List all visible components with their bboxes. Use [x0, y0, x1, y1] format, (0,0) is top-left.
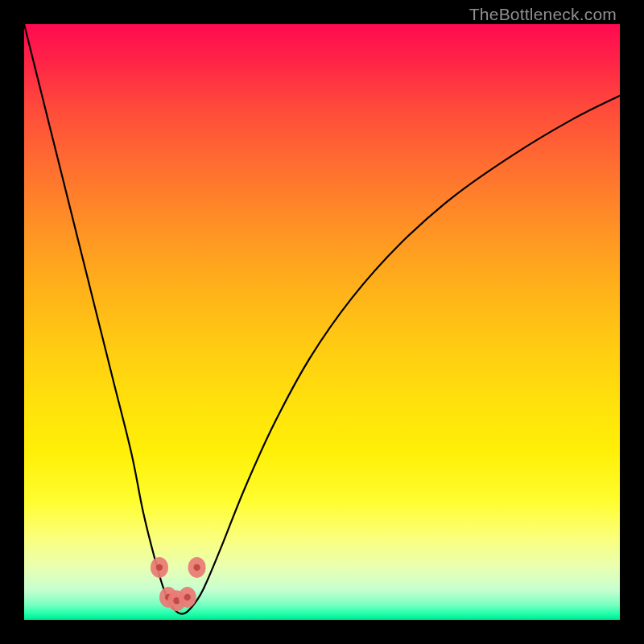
chart-marker [188, 557, 206, 578]
svg-point-1 [156, 564, 163, 571]
svg-point-7 [184, 594, 191, 601]
chart-plot-area [24, 24, 620, 620]
watermark-text: TheBottleneck.com [469, 5, 617, 24]
chart-markers [151, 557, 206, 611]
svg-point-9 [193, 564, 200, 571]
chart-marker [179, 587, 196, 608]
chart-svg [24, 24, 620, 620]
bottleneck-curve [24, 24, 620, 614]
chart-marker [151, 557, 168, 578]
